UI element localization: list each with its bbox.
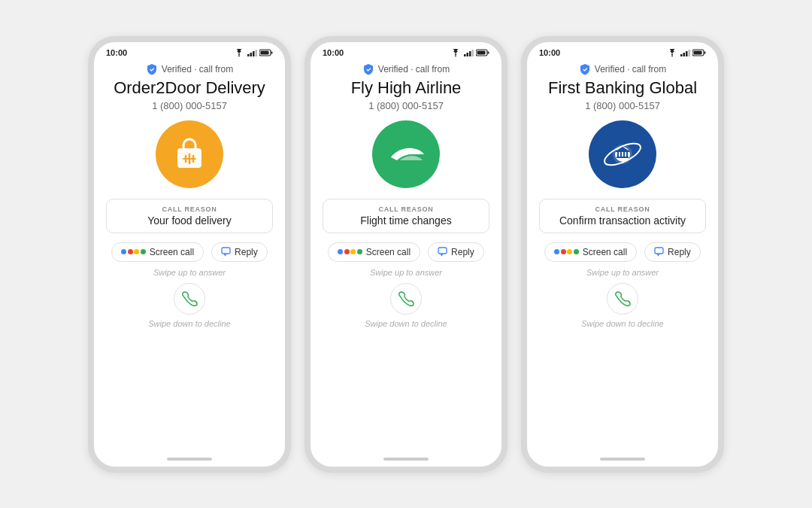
reply-label-2: Reply (451, 247, 474, 257)
call-reason-label-1: CALL REASON (120, 205, 259, 213)
phone-content-1: Verified · call from Order2Door Delivery… (94, 60, 285, 458)
signal-icon-2 (463, 49, 474, 56)
battery-icon-1 (259, 49, 273, 56)
phone-2: 10:00 (304, 36, 508, 473)
svg-rect-35 (620, 152, 622, 157)
battery-icon-3 (692, 49, 706, 56)
svg-point-23 (671, 55, 673, 56)
svg-point-14 (455, 55, 456, 56)
svg-rect-4 (256, 50, 258, 56)
phone-3: 10:00 (521, 36, 724, 473)
swipe-down-label-2: Swipe down to decline (365, 319, 447, 328)
wifi-icon-2 (450, 49, 461, 56)
svg-rect-27 (689, 50, 691, 56)
airline-icon-2 (383, 132, 429, 177)
home-indicator-1 (167, 458, 212, 461)
swipe-down-label-1: Swipe down to decline (148, 319, 230, 328)
verified-row-2: Verified · call from (362, 63, 450, 75)
time-3: 10:00 (539, 48, 560, 57)
status-bar-3: 10:00 (527, 42, 718, 60)
screen-call-button-3[interactable]: Screen call (544, 242, 637, 262)
screen-call-button-1[interactable]: Screen call (111, 242, 204, 262)
caller-number-3: 1 (800) 000-5157 (585, 100, 660, 111)
svg-rect-36 (623, 152, 625, 157)
caller-number-2: 1 (800) 000-5157 (368, 100, 444, 111)
caller-logo-2 (372, 120, 440, 188)
phone-answer-icon-3 (614, 291, 631, 307)
caller-number-1: 1 (800) 000-5157 (152, 100, 227, 111)
svg-rect-2 (250, 53, 253, 56)
answer-button-1[interactable] (174, 283, 205, 315)
svg-point-0 (238, 55, 240, 56)
caller-name-3: First Banking Global (548, 78, 697, 98)
call-reason-label-2: CALL REASON (337, 205, 475, 213)
phone-1: 10:00 (88, 36, 291, 473)
status-icons-3 (667, 49, 706, 56)
svg-rect-29 (704, 51, 706, 53)
verified-row-3: Verified · call from (579, 63, 666, 75)
call-reason-box-3: CALL REASON Confirm transaction activity (539, 199, 706, 233)
svg-rect-15 (464, 54, 466, 56)
svg-rect-40 (655, 248, 663, 254)
wifi-icon-1 (234, 49, 244, 56)
verified-text-2: Verified · call from (378, 64, 450, 75)
assistant-icon-3 (554, 249, 579, 254)
svg-rect-1 (247, 54, 250, 56)
home-indicator-2 (383, 458, 429, 461)
reply-button-2[interactable]: Reply (428, 242, 484, 262)
call-reason-text-2: Flight time changes (337, 214, 475, 227)
reply-icon-1 (221, 247, 231, 257)
svg-rect-7 (261, 50, 269, 54)
caller-logo-3 (589, 120, 656, 188)
call-reason-label-3: CALL REASON (553, 205, 692, 213)
battery-icon-2 (476, 49, 489, 56)
phone-content-3: Verified · call from First Banking Globa… (527, 60, 718, 458)
svg-rect-24 (680, 54, 683, 56)
verified-shield-icon-1 (146, 63, 158, 75)
reply-icon-3 (654, 247, 664, 257)
svg-rect-17 (469, 51, 471, 56)
action-buttons-3: Screen call Reply (544, 242, 701, 262)
screen-call-label-3: Screen call (583, 247, 627, 257)
svg-rect-39 (617, 157, 629, 158)
svg-rect-25 (683, 53, 686, 56)
caller-name-2: Fly High Airline (351, 78, 462, 98)
caller-logo-1 (156, 120, 223, 188)
signal-icon-3 (680, 49, 690, 56)
status-bar-1: 10:00 (94, 42, 285, 60)
svg-rect-26 (686, 51, 688, 56)
home-indicator-3 (600, 458, 645, 461)
call-reason-text-3: Confirm transaction activity (553, 214, 692, 227)
phone-answer-icon-1 (181, 291, 198, 307)
svg-rect-38 (616, 151, 629, 152)
answer-button-2[interactable] (390, 283, 422, 315)
food-icon-1 (170, 135, 209, 174)
screen-call-label-2: Screen call (366, 247, 411, 257)
status-bar-2: 10:00 (311, 42, 501, 60)
svg-rect-13 (222, 248, 230, 254)
reply-icon-2 (438, 247, 447, 257)
svg-rect-34 (617, 152, 619, 157)
verified-text-1: Verified · call from (162, 64, 233, 75)
verified-row-1: Verified · call from (146, 63, 233, 75)
phone-screen-1: 10:00 (88, 36, 291, 473)
reply-button-1[interactable]: Reply (211, 242, 268, 262)
svg-rect-21 (477, 50, 486, 54)
answer-button-3[interactable] (607, 283, 638, 315)
screen-call-label-1: Screen call (150, 247, 194, 257)
time-1: 10:00 (106, 48, 127, 57)
action-buttons-1: Screen call Reply (111, 242, 268, 262)
status-icons-1 (234, 49, 273, 56)
caller-name-1: Order2Door Delivery (114, 78, 265, 98)
call-reason-text-1: Your food delivery (120, 214, 259, 227)
call-reason-box-2: CALL REASON Flight time changes (323, 199, 489, 233)
assistant-icon-2 (338, 249, 362, 254)
phone-screen-2: 10:00 (304, 36, 508, 473)
svg-rect-16 (467, 53, 469, 56)
screen-call-button-2[interactable]: Screen call (328, 242, 420, 262)
reply-button-3[interactable]: Reply (644, 242, 701, 262)
phone-content-2: Verified · call from Fly High Airline 1 … (311, 60, 501, 458)
svg-rect-3 (253, 51, 255, 56)
reply-label-1: Reply (235, 247, 258, 257)
reply-label-3: Reply (668, 247, 691, 257)
